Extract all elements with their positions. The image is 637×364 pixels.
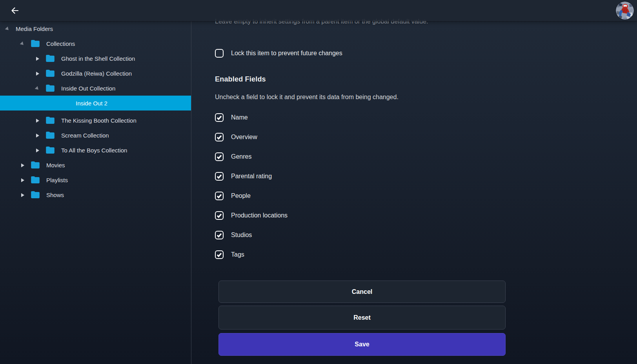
caret-right-icon[interactable] (35, 148, 40, 153)
tree-item-label: Scream Collection (61, 132, 109, 139)
tree-item[interactable]: Media Folders (0, 21, 191, 36)
folder-icon (46, 116, 55, 124)
arrow-left-icon (10, 6, 20, 15)
field-checkbox[interactable] (215, 231, 224, 239)
folder-icon (31, 161, 40, 169)
tree-item[interactable]: Inside Out 2 (0, 96, 191, 110)
tree-item[interactable]: Godzilla (Reiwa) Collection (0, 66, 191, 81)
field-label: Genres (231, 153, 251, 160)
reset-button[interactable]: Reset (218, 306, 506, 330)
tree-item-label: Movies (46, 162, 65, 168)
caret-right-icon[interactable] (20, 163, 25, 168)
field-label: Parental rating (231, 173, 272, 180)
cancel-button[interactable]: Cancel (218, 281, 506, 303)
tree-item[interactable]: Movies (0, 158, 191, 172)
tree-item[interactable]: Collections (0, 36, 191, 51)
enabled-fields-title: Enabled Fields (215, 75, 266, 83)
app-header (0, 0, 637, 21)
field-label: Tags (231, 251, 244, 258)
tree-item-label: Inside Out 2 (76, 100, 107, 107)
enabled-field-row[interactable]: Parental rating (215, 172, 288, 181)
field-checkbox[interactable] (215, 152, 224, 161)
folder-icon (31, 40, 40, 47)
lock-item-row[interactable]: Lock this item to prevent future changes (215, 49, 342, 58)
field-label: Name (231, 114, 248, 121)
caret-right-icon[interactable] (20, 177, 25, 183)
enabled-field-row[interactable]: Studios (215, 231, 288, 239)
field-label: People (231, 192, 251, 199)
lock-item-label: Lock this item to prevent future changes (231, 50, 342, 57)
folder-icon (46, 84, 55, 92)
tree-item[interactable]: Scream Collection (0, 128, 191, 143)
field-label: Studios (231, 232, 252, 239)
folder-icon (46, 146, 55, 154)
field-label: Overview (231, 134, 257, 141)
field-checkbox[interactable] (215, 172, 224, 181)
enabled-fields-description: Uncheck a field to lock it and prevent i… (215, 94, 399, 101)
back-button[interactable] (9, 5, 21, 16)
lock-item-checkbox[interactable] (215, 49, 224, 58)
field-checkbox[interactable] (215, 192, 224, 200)
caret-right-icon[interactable] (35, 71, 40, 76)
folder-icon (46, 54, 55, 62)
metadata-manager-screen: Leave empty to inherit settings from a p… (0, 0, 637, 364)
field-checkbox[interactable] (215, 113, 224, 122)
enabled-field-row[interactable]: Genres (215, 152, 288, 161)
caret-right-icon[interactable] (35, 56, 40, 61)
media-tree: Media Folders Collections Ghost in the S… (0, 21, 191, 202)
caret-expanded-icon[interactable] (5, 26, 10, 31)
folder-icon (46, 69, 55, 77)
tree-item-label: Playlists (46, 177, 68, 183)
caret-right-icon[interactable] (35, 118, 40, 123)
enabled-field-row[interactable]: Production locations (215, 211, 288, 220)
tree-item-label: To All the Boys Collection (61, 147, 127, 154)
folder-icon (46, 131, 55, 139)
tree-item[interactable]: Playlists (0, 172, 191, 187)
editor-panel: Leave empty to inherit settings from a p… (192, 0, 637, 364)
spiderman-avatar-icon (616, 2, 634, 20)
field-checkbox[interactable] (215, 211, 224, 220)
caret-right-icon[interactable] (35, 133, 40, 138)
media-folders-sidebar: Media Folders Collections Ghost in the S… (0, 21, 191, 364)
tree-item[interactable]: Inside Out Collection (0, 81, 191, 96)
tree-item-label: The Kissing Booth Collection (61, 117, 136, 124)
caret-expanded-icon[interactable] (35, 86, 40, 91)
save-button[interactable]: Save (218, 333, 506, 356)
enabled-field-row[interactable]: Tags (215, 250, 288, 259)
tree-item[interactable]: To All the Boys Collection (0, 143, 191, 158)
field-checkbox[interactable] (215, 250, 224, 259)
field-checkbox[interactable] (215, 133, 224, 141)
enabled-fields-list: Name Overview Genres Parental rating Peo… (215, 113, 288, 270)
field-label: Production locations (231, 212, 288, 219)
tree-item-label: Inside Out Collection (61, 85, 115, 92)
enabled-field-row[interactable]: People (215, 192, 288, 200)
tree-item-label: Media Folders (16, 25, 53, 32)
folder-icon (31, 191, 40, 199)
tree-item-label: Godzilla (Reiwa) Collection (61, 70, 132, 77)
caret-expanded-icon[interactable] (20, 41, 25, 46)
tree-item[interactable]: Ghost in the Shell Collection (0, 51, 191, 66)
tree-item[interactable]: Shows (0, 187, 191, 202)
tree-item-label: Ghost in the Shell Collection (61, 55, 135, 62)
folder-icon (31, 176, 40, 184)
tree-item[interactable]: The Kissing Booth Collection (0, 113, 191, 128)
caret-right-icon[interactable] (20, 192, 25, 197)
tree-item-label: Shows (46, 192, 64, 198)
user-avatar[interactable] (616, 2, 634, 20)
tree-item-label: Collections (46, 40, 75, 47)
enabled-field-row[interactable]: Overview (215, 133, 288, 141)
enabled-field-row[interactable]: Name (215, 113, 288, 122)
